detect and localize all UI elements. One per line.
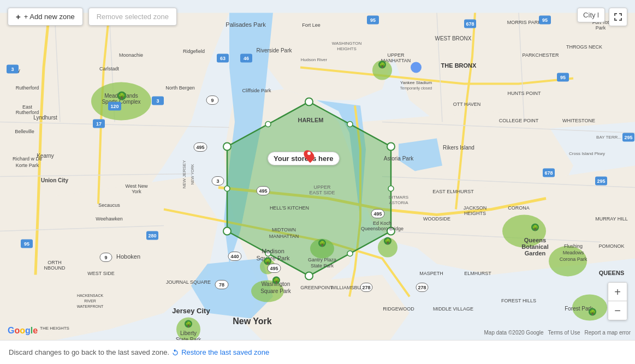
svg-text:Rikers Island: Rikers Island	[443, 145, 474, 151]
svg-text:Ridgefield: Ridgefield	[183, 49, 205, 54]
svg-text:MIDDLE VILLAGE: MIDDLE VILLAGE	[433, 306, 473, 312]
svg-text:WOODSIDE: WOODSIDE	[423, 216, 450, 222]
svg-text:QUEENS: QUEENS	[599, 270, 624, 276]
svg-text:Lyndhurst: Lyndhurst	[33, 115, 57, 121]
svg-text:MANHATTAN: MANHATTAN	[269, 234, 299, 239]
restore-link[interactable]: Restore the last saved zone	[171, 348, 269, 356]
svg-text:COLLEGE POINT: COLLEGE POINT	[499, 118, 539, 123]
terms-link[interactable]: Terms of Use	[548, 330, 580, 336]
report-link[interactable]: Report a map error	[585, 330, 631, 336]
svg-marker-3	[268, 13, 393, 100]
svg-text:THE HEIGHTS: THE HEIGHTS	[40, 326, 69, 331]
svg-text:Union City: Union City	[41, 177, 68, 183]
svg-point-127	[411, 62, 422, 73]
svg-text:46: 46	[244, 56, 249, 61]
svg-text:HARLEM: HARLEM	[298, 117, 323, 123]
svg-text:678: 678	[466, 21, 474, 27]
svg-point-45	[224, 186, 230, 192]
svg-text:Rutherford: Rutherford	[16, 85, 39, 91]
svg-text:Carlstadt: Carlstadt	[99, 66, 120, 71]
svg-text:Riverside Park: Riverside Park	[256, 47, 292, 53]
svg-text:POMONOK: POMONOK	[598, 243, 624, 249]
svg-text:🌳: 🌳	[532, 224, 539, 231]
zoom-out-button[interactable]: −	[608, 301, 627, 320]
svg-text:UPPER: UPPER	[387, 52, 405, 58]
svg-text:440: 440	[230, 254, 239, 259]
plus-icon: +	[16, 12, 21, 21]
svg-text:278: 278	[362, 285, 370, 290]
svg-text:JACKSONHEIGHTS: JACKSONHEIGHTS	[464, 205, 487, 216]
svg-text:JOURNAL SQUARE: JOURNAL SQUARE	[166, 279, 211, 285]
zoom-in-button[interactable]: +	[608, 283, 627, 301]
svg-text:ELMHURST: ELMHURST	[464, 271, 491, 276]
svg-text:Secaucus: Secaucus	[98, 202, 120, 208]
add-zone-button[interactable]: + + Add new zone	[8, 8, 83, 26]
remove-zone-label: Remove selected zone	[97, 13, 169, 21]
svg-text:280: 280	[148, 233, 156, 238]
fullscreen-button[interactable]	[609, 8, 627, 26]
svg-text:WASHINGTON: WASHINGTON	[332, 41, 362, 46]
svg-text:CORONA: CORONA	[508, 205, 530, 211]
svg-text:678: 678	[544, 170, 553, 176]
svg-point-46	[265, 122, 271, 127]
svg-text:Gantry Plaza: Gantry Plaza	[308, 257, 336, 262]
svg-text:MURRAY HILL: MURRAY HILL	[595, 216, 628, 222]
svg-text:17: 17	[96, 121, 102, 127]
fullscreen-icon	[614, 13, 622, 21]
google-logo: Google	[8, 326, 38, 336]
svg-text:🌳: 🌳	[273, 277, 280, 284]
map-container: Meadowlands Sports Complex Lyndhurst Kea…	[0, 0, 635, 364]
svg-text:3: 3	[156, 98, 159, 104]
svg-text:PARKCHESTER: PARKCHESTER	[523, 52, 559, 58]
svg-text:UPPER: UPPER	[313, 184, 331, 190]
restore-label: Restore the last saved zone	[181, 348, 269, 356]
svg-point-43	[347, 251, 353, 256]
svg-text:WHITESTONE: WHITESTONE	[562, 118, 595, 123]
city-label: City l	[577, 8, 605, 22]
svg-text:🌳: 🌳	[589, 309, 596, 316]
svg-text:95: 95	[24, 241, 29, 247]
svg-text:63: 63	[220, 56, 225, 61]
svg-point-40	[223, 143, 231, 151]
svg-text:9: 9	[211, 98, 213, 103]
svg-text:RIDGEWOOD: RIDGEWOOD	[383, 306, 414, 312]
restore-icon	[171, 349, 179, 356]
svg-text:Weehawken: Weehawken	[96, 216, 122, 222]
svg-text:HELL'S KITCHEN: HELL'S KITCHEN	[270, 205, 309, 211]
svg-text:NEW YORK: NEW YORK	[191, 164, 194, 184]
svg-text:Cliffside Park: Cliffside Park	[242, 88, 271, 93]
svg-text:WEST SIDE: WEST SIDE	[87, 271, 114, 276]
map-background: Meadowlands Sports Complex Lyndhurst Kea…	[0, 0, 635, 364]
svg-text:THROGS NECK: THROGS NECK	[566, 44, 602, 50]
svg-text:Palisades Park: Palisades Park	[225, 21, 266, 28]
svg-text:EAST SIDE: EAST SIDE	[310, 190, 335, 195]
svg-text:95: 95	[542, 17, 548, 23]
svg-text:NEW JERSEY: NEW JERSEY	[182, 160, 187, 189]
remove-zone-button[interactable]: Remove selected zone	[88, 8, 177, 26]
svg-text:Cross Island Pkwy: Cross Island Pkwy	[569, 151, 605, 156]
add-zone-label: + Add new zone	[24, 13, 75, 21]
svg-text:MIDTOWN: MIDTOWN	[272, 227, 296, 232]
svg-text:THE BRONX: THE BRONX	[441, 62, 477, 69]
svg-point-41	[347, 122, 353, 127]
svg-text:495: 495	[196, 145, 204, 150]
svg-text:🌳: 🌳	[384, 238, 391, 245]
svg-text:278: 278	[418, 285, 426, 290]
svg-text:9: 9	[104, 255, 107, 260]
svg-text:495: 495	[259, 188, 267, 194]
svg-text:GREENPOINT: GREENPOINT	[300, 285, 333, 290]
svg-text:120: 120	[110, 104, 118, 109]
toolbar: + + Add new zone Remove selected zone	[8, 8, 177, 26]
svg-text:Yankee Stadium: Yankee Stadium	[400, 80, 432, 85]
svg-text:North Bergen: North Bergen	[165, 85, 195, 91]
svg-text:3: 3	[216, 178, 219, 184]
svg-text:Hoboken: Hoboken	[116, 253, 140, 260]
svg-text:BAY TERR...: BAY TERR...	[596, 135, 621, 140]
svg-text:HUNTS POINT: HUNTS POINT	[507, 91, 541, 96]
svg-text:New York: New York	[233, 317, 272, 326]
svg-text:Astoria Park: Astoria Park	[384, 156, 414, 162]
svg-text:295: 295	[624, 135, 632, 140]
zoom-controls: + −	[608, 282, 627, 320]
svg-text:3: 3	[11, 67, 14, 72]
svg-text:🌳: 🌳	[379, 62, 386, 69]
